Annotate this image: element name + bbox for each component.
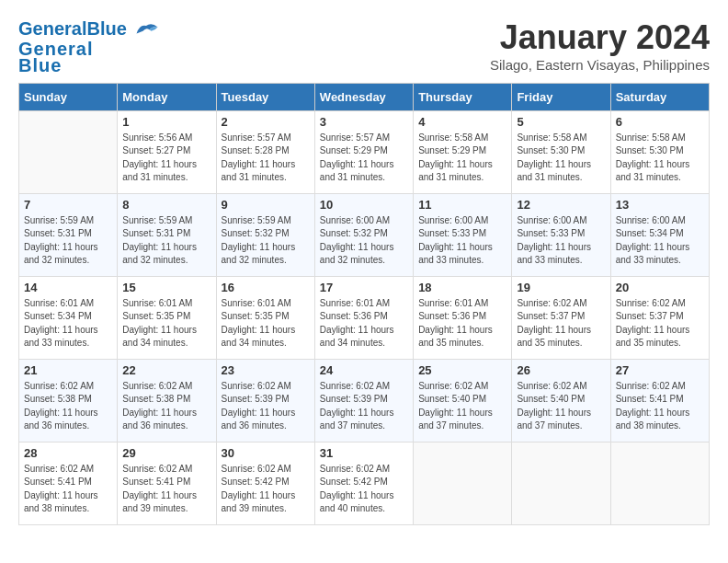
day-number: 21 xyxy=(24,363,112,377)
day-info: Sunrise: 6:01 AM Sunset: 5:35 PM Dayligh… xyxy=(222,297,310,350)
day-number: 10 xyxy=(320,198,408,212)
day-info: Sunrise: 6:02 AM Sunset: 5:41 PM Dayligh… xyxy=(24,463,112,516)
calendar-week-row: 1Sunrise: 5:56 AM Sunset: 5:27 PM Daylig… xyxy=(19,110,710,193)
calendar-cell: 24Sunrise: 6:02 AM Sunset: 5:39 PM Dayli… xyxy=(314,359,413,442)
logo-bird-icon xyxy=(133,20,159,40)
calendar-cell: 12Sunrise: 6:00 AM Sunset: 5:33 PM Dayli… xyxy=(512,193,610,276)
calendar-cell: 14Sunrise: 6:01 AM Sunset: 5:34 PM Dayli… xyxy=(19,276,118,359)
location-subtitle: Silago, Eastern Visayas, Philippines xyxy=(490,57,710,73)
day-info: Sunrise: 6:02 AM Sunset: 5:42 PM Dayligh… xyxy=(320,463,408,516)
calendar-cell: 1Sunrise: 5:56 AM Sunset: 5:27 PM Daylig… xyxy=(118,110,216,193)
day-number: 17 xyxy=(320,281,408,294)
calendar-cell: 19Sunrise: 6:02 AM Sunset: 5:37 PM Dayli… xyxy=(512,276,610,359)
day-number: 11 xyxy=(418,198,506,212)
calendar-week-row: 14Sunrise: 6:01 AM Sunset: 5:34 PM Dayli… xyxy=(19,276,710,359)
day-info: Sunrise: 6:02 AM Sunset: 5:40 PM Dayligh… xyxy=(517,380,605,433)
col-tuesday: Tuesday xyxy=(216,83,314,110)
calendar-cell xyxy=(414,442,512,524)
logo-text: GeneralBlue xyxy=(18,40,159,74)
calendar-cell: 6Sunrise: 5:58 AM Sunset: 5:30 PM Daylig… xyxy=(610,110,709,193)
month-title: January 2024 xyxy=(490,18,710,57)
logo: GeneralBlue GeneralBlue xyxy=(18,18,159,74)
calendar-cell: 22Sunrise: 6:02 AM Sunset: 5:38 PM Dayli… xyxy=(118,359,216,442)
day-info: Sunrise: 6:02 AM Sunset: 5:41 PM Dayligh… xyxy=(616,380,704,433)
calendar-cell: 25Sunrise: 6:02 AM Sunset: 5:40 PM Dayli… xyxy=(414,359,512,442)
calendar-cell: 15Sunrise: 6:01 AM Sunset: 5:35 PM Dayli… xyxy=(118,276,216,359)
calendar-cell: 20Sunrise: 6:02 AM Sunset: 5:37 PM Dayli… xyxy=(610,276,709,359)
day-number: 4 xyxy=(418,115,506,129)
day-info: Sunrise: 6:02 AM Sunset: 5:39 PM Dayligh… xyxy=(320,380,408,433)
calendar-cell: 2Sunrise: 5:57 AM Sunset: 5:28 PM Daylig… xyxy=(216,110,314,193)
calendar-cell: 23Sunrise: 6:02 AM Sunset: 5:39 PM Dayli… xyxy=(216,359,314,442)
day-info: Sunrise: 6:01 AM Sunset: 5:35 PM Dayligh… xyxy=(122,297,210,350)
calendar-cell: 21Sunrise: 6:02 AM Sunset: 5:38 PM Dayli… xyxy=(19,359,118,442)
calendar-cell: 13Sunrise: 6:00 AM Sunset: 5:34 PM Dayli… xyxy=(610,193,709,276)
day-number: 16 xyxy=(222,281,310,294)
day-number: 3 xyxy=(320,115,408,129)
page-header: GeneralBlue GeneralBlue January 2024 Sil… xyxy=(18,18,710,74)
col-monday: Monday xyxy=(118,83,216,110)
day-number: 29 xyxy=(122,446,210,460)
calendar-cell: 17Sunrise: 6:01 AM Sunset: 5:36 PM Dayli… xyxy=(314,276,413,359)
day-number: 2 xyxy=(222,115,310,129)
day-number: 18 xyxy=(418,281,506,294)
calendar-cell: 31Sunrise: 6:02 AM Sunset: 5:42 PM Dayli… xyxy=(314,442,413,524)
calendar-cell: 3Sunrise: 5:57 AM Sunset: 5:29 PM Daylig… xyxy=(314,110,413,193)
day-info: Sunrise: 6:01 AM Sunset: 5:34 PM Dayligh… xyxy=(24,297,112,350)
col-friday: Friday xyxy=(512,83,610,110)
day-number: 23 xyxy=(222,363,310,377)
calendar-cell: 18Sunrise: 6:01 AM Sunset: 5:36 PM Dayli… xyxy=(414,276,512,359)
col-saturday: Saturday xyxy=(610,83,709,110)
calendar-cell xyxy=(512,442,610,524)
day-number: 13 xyxy=(616,198,704,212)
day-number: 6 xyxy=(616,115,704,129)
calendar-week-row: 21Sunrise: 6:02 AM Sunset: 5:38 PM Dayli… xyxy=(19,359,710,442)
col-thursday: Thursday xyxy=(414,83,512,110)
calendar-cell: 11Sunrise: 6:00 AM Sunset: 5:33 PM Dayli… xyxy=(414,193,512,276)
calendar-cell: 9Sunrise: 5:59 AM Sunset: 5:32 PM Daylig… xyxy=(216,193,314,276)
day-number: 9 xyxy=(222,198,310,212)
calendar-cell: 8Sunrise: 5:59 AM Sunset: 5:31 PM Daylig… xyxy=(118,193,216,276)
day-number: 14 xyxy=(24,281,112,294)
day-number: 12 xyxy=(517,198,605,212)
calendar-cell: 10Sunrise: 6:00 AM Sunset: 5:32 PM Dayli… xyxy=(314,193,413,276)
col-wednesday: Wednesday xyxy=(314,83,413,110)
day-info: Sunrise: 5:58 AM Sunset: 5:29 PM Dayligh… xyxy=(418,132,506,185)
day-info: Sunrise: 5:58 AM Sunset: 5:30 PM Dayligh… xyxy=(616,132,704,185)
day-info: Sunrise: 6:02 AM Sunset: 5:37 PM Dayligh… xyxy=(616,297,704,350)
day-info: Sunrise: 6:00 AM Sunset: 5:33 PM Dayligh… xyxy=(418,214,506,268)
calendar-cell xyxy=(19,110,118,193)
logo-blue: Blue xyxy=(86,18,126,39)
calendar-week-row: 28Sunrise: 6:02 AM Sunset: 5:41 PM Dayli… xyxy=(19,442,710,524)
calendar-cell: 26Sunrise: 6:02 AM Sunset: 5:40 PM Dayli… xyxy=(512,359,610,442)
day-number: 25 xyxy=(418,363,506,377)
day-number: 30 xyxy=(222,446,310,460)
day-number: 8 xyxy=(122,198,210,212)
day-info: Sunrise: 6:01 AM Sunset: 5:36 PM Dayligh… xyxy=(320,297,408,350)
day-info: Sunrise: 6:02 AM Sunset: 5:40 PM Dayligh… xyxy=(418,380,506,433)
calendar-cell xyxy=(610,442,709,524)
day-info: Sunrise: 5:57 AM Sunset: 5:28 PM Dayligh… xyxy=(222,132,310,185)
day-info: Sunrise: 5:59 AM Sunset: 5:32 PM Dayligh… xyxy=(222,214,310,268)
day-info: Sunrise: 6:02 AM Sunset: 5:37 PM Dayligh… xyxy=(517,297,605,350)
day-number: 1 xyxy=(122,115,210,129)
day-info: Sunrise: 6:02 AM Sunset: 5:39 PM Dayligh… xyxy=(222,380,310,433)
day-info: Sunrise: 6:00 AM Sunset: 5:33 PM Dayligh… xyxy=(517,214,605,268)
day-number: 7 xyxy=(24,198,112,212)
logo-general: General xyxy=(18,18,86,39)
title-section: January 2024 Silago, Eastern Visayas, Ph… xyxy=(490,18,710,73)
day-number: 19 xyxy=(517,281,605,294)
day-info: Sunrise: 5:58 AM Sunset: 5:30 PM Dayligh… xyxy=(517,132,605,185)
day-number: 24 xyxy=(320,363,408,377)
day-info: Sunrise: 6:01 AM Sunset: 5:36 PM Dayligh… xyxy=(418,297,506,350)
day-info: Sunrise: 5:59 AM Sunset: 5:31 PM Dayligh… xyxy=(122,214,210,268)
day-info: Sunrise: 6:02 AM Sunset: 5:38 PM Dayligh… xyxy=(24,380,112,433)
calendar-cell: 27Sunrise: 6:02 AM Sunset: 5:41 PM Dayli… xyxy=(610,359,709,442)
day-number: 27 xyxy=(616,363,704,377)
calendar-cell: 16Sunrise: 6:01 AM Sunset: 5:35 PM Dayli… xyxy=(216,276,314,359)
calendar-cell: 4Sunrise: 5:58 AM Sunset: 5:29 PM Daylig… xyxy=(414,110,512,193)
day-number: 15 xyxy=(122,281,210,294)
calendar-header-row: Sunday Monday Tuesday Wednesday Thursday… xyxy=(19,83,710,110)
calendar-cell: 28Sunrise: 6:02 AM Sunset: 5:41 PM Dayli… xyxy=(19,442,118,524)
col-sunday: Sunday xyxy=(19,83,118,110)
